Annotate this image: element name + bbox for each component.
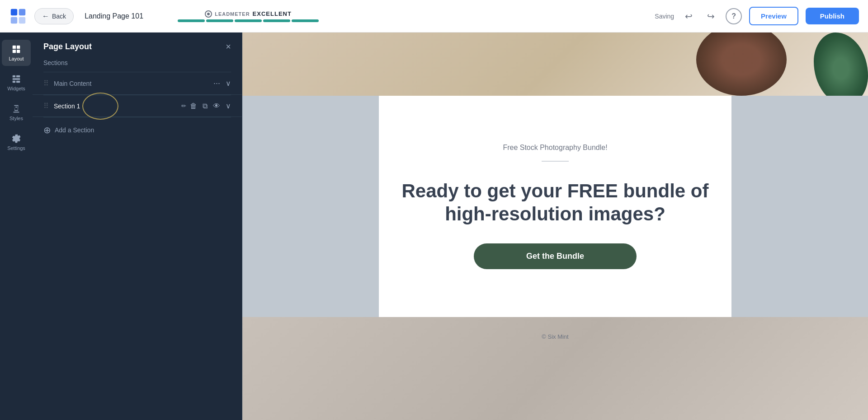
- main-area: Layout Widgets Styles: [0, 33, 868, 420]
- sidebar-layout-label: Layout: [9, 56, 24, 61]
- help-button[interactable]: ?: [726, 8, 742, 24]
- svg-rect-5: [17, 46, 20, 49]
- section-actions-section1: 🗑 ⧉ 👁 ∨: [190, 102, 231, 110]
- progress-bar-2: [206, 19, 233, 22]
- svg-rect-3: [19, 17, 25, 23]
- leadmeter-label-row: LEADMETER EXCELLENT: [205, 10, 292, 18]
- sidebar-item-settings[interactable]: Settings: [2, 129, 31, 155]
- sidebar-item-layout[interactable]: Layout: [2, 40, 31, 66]
- card-divider: [542, 161, 569, 162]
- back-label: Back: [52, 13, 66, 20]
- section-delete-button[interactable]: 🗑: [190, 102, 197, 110]
- section-actions-main: ··· ∨: [213, 79, 231, 88]
- section-copy-button[interactable]: ⧉: [203, 102, 208, 110]
- sections-label: Sections: [33, 59, 242, 72]
- svg-rect-0: [11, 9, 17, 15]
- publish-button[interactable]: Publish: [806, 8, 859, 24]
- leadmeter-section: LEADMETER EXCELLENT: [178, 10, 319, 22]
- svg-rect-10: [13, 78, 20, 80]
- back-button[interactable]: ← Back: [34, 8, 74, 24]
- sidebar-styles-label: Styles: [9, 116, 23, 121]
- section-visibility-button[interactable]: 👁: [213, 102, 220, 110]
- svg-rect-4: [13, 46, 16, 49]
- sidebar-widgets-label: Widgets: [7, 86, 25, 91]
- section-options-main[interactable]: ···: [213, 79, 220, 88]
- svg-rect-12: [16, 81, 20, 83]
- coffee-cup-decoration: [696, 33, 787, 96]
- svg-rect-7: [17, 50, 20, 53]
- progress-bar-3: [235, 19, 262, 22]
- progress-bar-1: [178, 19, 205, 22]
- sidebar-item-styles[interactable]: Styles: [2, 99, 31, 126]
- bundle-subtitle: Free Stock Photography Bundle!: [503, 144, 607, 152]
- panel-header: Page Layout ×: [33, 33, 242, 59]
- leadmeter-text: LEADMETER: [215, 11, 250, 17]
- canvas-background-top: [242, 33, 868, 96]
- sidebar-settings-label: Settings: [7, 145, 25, 151]
- content-card: Free Stock Photography Bundle! Ready to …: [379, 96, 731, 317]
- section-expand-section1[interactable]: ∨: [226, 102, 231, 110]
- section-name-main: Main Content: [54, 80, 210, 87]
- canvas-area: Free Stock Photography Bundle! Ready to …: [242, 33, 868, 420]
- svg-rect-6: [13, 50, 16, 53]
- sidebar-item-widgets[interactable]: Widgets: [2, 70, 31, 96]
- panel-title: Page Layout: [43, 42, 92, 51]
- saving-status: Saving: [655, 13, 674, 20]
- icon-sidebar: Layout Widgets Styles: [0, 33, 33, 420]
- redo-button[interactable]: ↪: [703, 9, 718, 23]
- bundle-title: Ready to get your FREE bundle of high-re…: [397, 180, 713, 225]
- progress-bars: [178, 19, 319, 22]
- preview-button[interactable]: Preview: [749, 7, 798, 25]
- drag-handle-main[interactable]: ⠿: [43, 79, 48, 88]
- get-bundle-button[interactable]: Get the Bundle: [474, 243, 637, 269]
- drag-handle-section1[interactable]: ⠿: [43, 102, 48, 110]
- section-name-section1: Section 1: [54, 103, 178, 110]
- leadmeter-icon: [205, 10, 212, 18]
- svg-rect-1: [19, 9, 25, 15]
- add-section-label: Add a Section: [55, 126, 94, 134]
- progress-bar-5: [292, 19, 319, 22]
- svg-rect-9: [16, 75, 20, 78]
- svg-rect-11: [13, 81, 15, 83]
- excellent-label: EXCELLENT: [253, 10, 292, 17]
- page-title: Landing Page 101: [85, 12, 143, 20]
- add-section-button[interactable]: ⊕ Add a Section: [33, 117, 242, 143]
- undo-button[interactable]: ↩: [681, 9, 696, 23]
- copyright-text: © Six Mint: [542, 333, 568, 340]
- svg-rect-2: [11, 17, 17, 23]
- add-section-icon: ⊕: [43, 125, 51, 135]
- section-expand-main[interactable]: ∨: [226, 79, 231, 88]
- panel-close-button[interactable]: ×: [226, 42, 231, 52]
- topbar: ← Back Landing Page 101 LEADMETER EXCELL…: [0, 0, 868, 33]
- svg-rect-8: [13, 75, 15, 78]
- progress-bar-4: [263, 19, 290, 22]
- back-arrow-icon: ←: [42, 12, 49, 20]
- succulent-decoration: [814, 33, 868, 96]
- edit-icon-section1[interactable]: ✏: [181, 103, 186, 109]
- layout-panel: Page Layout × Sections ⠿ Main Content ··…: [33, 33, 242, 420]
- section-item-section1[interactable]: ⠿ Section 1 ✏ 🗑 ⧉ 👁 ∨: [33, 95, 242, 117]
- canvas-background-bottom: © Six Mint: [242, 317, 868, 420]
- logo: [9, 7, 27, 25]
- section-item-main-content[interactable]: ⠿ Main Content ··· ∨: [33, 72, 242, 95]
